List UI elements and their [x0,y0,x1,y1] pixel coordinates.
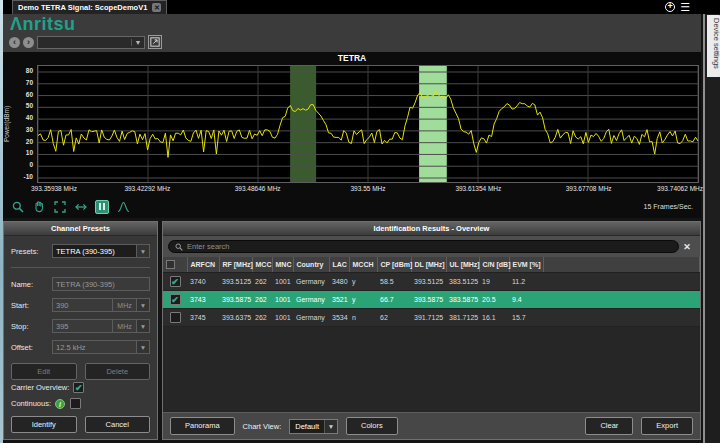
right-rail: Device settings [703,14,720,443]
table-cell: n [349,309,377,327]
pause-button[interactable] [95,200,109,214]
name-label: Name: [11,280,52,289]
chevron-down-icon[interactable]: ▼ [137,298,150,312]
chevron-down-icon: ▼ [324,420,337,433]
y-axis-label: Power(dBm) [3,106,10,142]
open-new-window-button[interactable] [148,35,162,49]
table-cell: 262 [252,273,272,291]
column-header[interactable]: RF [MHz] [219,257,252,273]
x-tick-label: 393.35938 MHz [31,185,77,192]
chart-view-dropdown[interactable]: Default ▼ [289,419,338,434]
table-cell: 3745 [187,309,219,327]
table-row[interactable]: ✔3740393.51252621001Germany3480y58.5393.… [163,273,700,291]
table-cell: 3480 [329,273,349,291]
table-row[interactable]: ✔3743393.58752621001Germany3521y66.7393.… [163,291,700,309]
column-header[interactable]: Country [293,257,329,273]
delete-button[interactable]: Delete [85,363,151,380]
app-header: Λnritsu ‹ › ▼ [3,14,701,52]
column-header[interactable]: MNC [272,257,293,273]
pan-button[interactable] [32,200,45,213]
column-header[interactable]: C/N [dB] [479,257,509,273]
chevron-down-icon[interactable]: ▼ [137,340,150,354]
table-cell: Germany [293,273,329,291]
distribution-button[interactable] [117,200,130,213]
row-checkbox[interactable] [170,312,181,323]
select-all-checkbox[interactable] [166,260,175,269]
column-header[interactable]: LAC [329,257,349,273]
close-icon[interactable]: ✕ [152,3,161,12]
spectrum-plot[interactable] [37,65,699,183]
carrier-overview-checkbox[interactable]: ✔ [73,382,84,393]
table-header-row: ARFCNRF [MHz]MCCMNCCountryLACMCCHCP [dBm… [163,257,700,273]
stop-label: Stop: [11,322,52,331]
column-header[interactable]: ARFCN [187,257,219,273]
clear-button[interactable]: Clear [585,417,633,435]
column-header[interactable]: EVM [%] [509,257,543,273]
y-tick-label: 20 [26,138,33,145]
chevron-down-icon[interactable]: ▼ [137,319,150,333]
cancel-button[interactable]: Cancel [85,416,151,433]
table-cell: 383.5125 [446,273,479,291]
x-tick-label: 393.74062 MHz [657,185,703,192]
start-field[interactable]: 390 [52,298,113,312]
row-checkbox[interactable]: ✔ [170,276,181,287]
y-tick-label: 50 [26,102,33,109]
chevron-down-icon[interactable]: ▼ [137,244,150,258]
table-cell: Germany [293,309,329,327]
column-header[interactable]: UL [MHz] [446,257,479,273]
table-cell: 393.5875 [219,291,252,309]
identification-results-title: Identification Results - Overview [163,222,700,236]
table-cell: 393.5875 [411,291,446,309]
fit-view-button[interactable] [53,200,66,213]
open-window-icon [150,37,160,47]
x-tick-label: 393.67708 MHz [566,185,612,192]
start-label: Start: [11,301,52,310]
x-tick-label: 393.55 MHz [350,185,385,192]
y-tick-label: 0 [29,161,33,168]
search-input[interactable] [187,242,672,251]
stop-unit[interactable]: MHz [113,319,137,333]
name-field[interactable]: TETRA (390-395) [52,277,150,291]
row-checkbox[interactable]: ✔ [170,294,181,305]
identification-results-panel: Identification Results - Overview ✕ ARFC… [162,221,701,440]
edit-button[interactable]: Edit [11,363,77,380]
offset-dropdown[interactable]: 12.5 kHz [52,340,137,354]
tab-device-settings[interactable]: Device settings [707,15,720,77]
continuous-checkbox[interactable] [70,398,81,409]
menu-icon[interactable]: ☰ [680,1,690,13]
stop-field[interactable]: 395 [52,319,113,333]
table-cell: 1001 [272,291,293,309]
y-tick-label: 80 [26,67,33,74]
column-header[interactable]: MCCH [349,257,377,273]
forward-button[interactable]: › [23,37,34,48]
identify-button[interactable]: Identify [11,416,77,433]
back-button[interactable]: ‹ [9,37,20,48]
panorama-button[interactable]: Panorama [170,417,235,435]
clear-search-icon[interactable]: ✕ [679,242,695,252]
presets-dropdown[interactable]: TETRA (390-395) [52,244,137,258]
document-tab[interactable]: Demo TETRA Signal: ScopeDemoV1 ✕ [12,0,167,14]
history-select[interactable]: ▼ [37,36,145,49]
table-row[interactable]: 3745393.63752621001Germany3534n62391.712… [163,309,700,327]
table-cell: 393.5125 [219,273,252,291]
zoom-button[interactable] [11,200,24,213]
table-cell: 15.7 [509,309,543,327]
start-unit[interactable]: MHz [113,298,137,312]
x-tick-label: 393.61354 MHz [455,185,501,192]
export-button[interactable]: Export [641,417,693,435]
app-window: Demo TETRA Signal: ScopeDemoV1 ✕ + ☰ Λnr… [0,0,720,443]
add-tab-icon[interactable]: + [665,2,675,12]
channel-presets-title: Channel Presets [4,222,157,236]
table-cell: y [349,273,377,291]
column-header[interactable]: DL [MHz] [411,257,446,273]
column-header[interactable]: CP [dBm] [377,257,411,273]
horizontal-span-icon [75,201,87,213]
horizontal-span-button[interactable] [74,200,87,213]
y-tick-label: 70 [26,79,33,86]
table-cell: 66.7 [377,291,411,309]
column-header[interactable]: MCC [252,257,272,273]
colors-button[interactable]: Colors [346,417,398,435]
table-cell: 3743 [187,291,219,309]
search-box[interactable] [168,240,679,253]
table-cell: 262 [252,291,272,309]
